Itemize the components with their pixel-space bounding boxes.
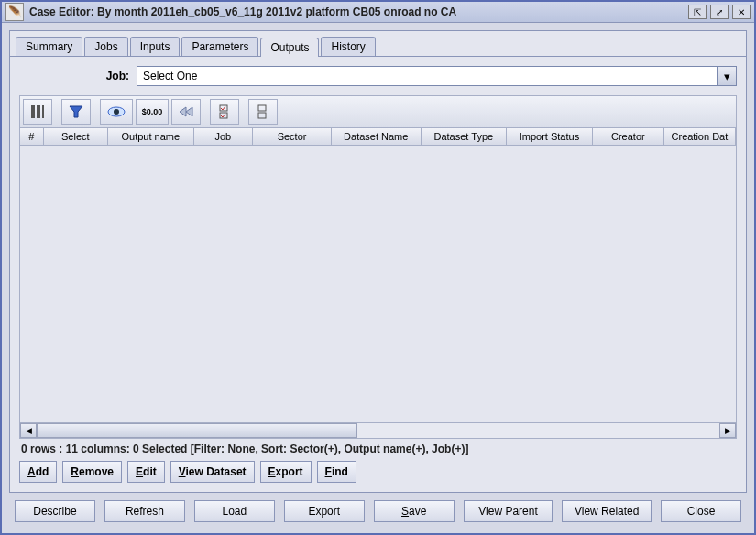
export-button[interactable]: Export [284, 500, 365, 522]
app-icon: 🪶 [5, 3, 24, 21]
tab-inputs[interactable]: Inputs [130, 37, 181, 56]
col-header-sector[interactable]: Sector [253, 128, 332, 146]
column-select-icon[interactable] [23, 99, 52, 125]
titlebar: 🪶 Case Editor: By month 2011eh_cb05_v6_1… [2, 2, 754, 23]
tab-jobs[interactable]: Jobs [84, 37, 127, 56]
col-header-import_status[interactable]: Import Status [507, 128, 593, 146]
outputs-tab-content: Job: ▾ [10, 56, 746, 492]
svg-marker-3 [70, 106, 82, 117]
col-header-select[interactable]: Select [44, 128, 108, 146]
view-icon[interactable] [100, 99, 133, 125]
view-dataset-button[interactable]: View Dataset [170, 461, 255, 483]
load-button[interactable]: Load [194, 500, 275, 522]
svg-marker-7 [186, 107, 192, 116]
svg-rect-0 [31, 105, 35, 118]
export-button[interactable]: Export [260, 461, 312, 483]
job-combo-input[interactable] [137, 66, 717, 86]
find-button[interactable]: Find [317, 461, 356, 483]
window-title: Case Editor: By month 2011eh_cb05_v6_11g… [29, 5, 685, 18]
col-header-dataset_name[interactable]: Dataset Name [332, 128, 422, 146]
add-button[interactable]: Add [19, 461, 57, 483]
close-window-button[interactable]: ✕ [732, 5, 751, 19]
close-button[interactable]: Close [661, 500, 741, 522]
reset-icon[interactable] [171, 99, 201, 125]
view-related-button[interactable]: View Related [562, 500, 652, 522]
tab-outputs[interactable]: Outputs [260, 38, 319, 57]
svg-marker-6 [180, 107, 186, 116]
table-header-row: #SelectOutput nameJobSectorDataset NameD… [20, 128, 736, 146]
svg-point-5 [114, 109, 119, 115]
filter-icon[interactable] [61, 99, 91, 125]
outputs-table: #SelectOutput nameJobSectorDataset NameD… [19, 128, 737, 439]
svg-rect-10 [258, 105, 266, 111]
footer-button-row: DescribeRefreshLoadExportSaveView Parent… [9, 493, 747, 528]
job-combo[interactable]: ▾ [137, 66, 737, 86]
maximize-button[interactable]: ⤢ [710, 5, 729, 19]
svg-rect-1 [37, 105, 40, 118]
col-header-num[interactable]: # [20, 128, 44, 146]
outputs-action-row: AddRemoveEditView DatasetExportFind [19, 459, 737, 483]
minimize-button[interactable]: ⇱ [688, 5, 707, 19]
format-icon[interactable]: $0.00 [136, 99, 169, 125]
deselect-all-icon[interactable] [248, 99, 278, 125]
table-body [20, 146, 736, 422]
col-header-creator[interactable]: Creator [593, 128, 664, 146]
tab-parameters[interactable]: Parameters [181, 37, 258, 56]
edit-button[interactable]: Edit [127, 461, 165, 483]
scroll-left-button[interactable]: ◀ [20, 423, 37, 438]
tab-summary[interactable]: Summary [16, 37, 82, 56]
svg-rect-11 [258, 113, 266, 118]
job-label: Job: [19, 70, 137, 82]
remove-button[interactable]: Remove [62, 461, 122, 483]
col-header-output_name[interactable]: Output name [108, 128, 194, 146]
select-all-icon[interactable] [210, 99, 239, 125]
refresh-button[interactable]: Refresh [104, 500, 185, 522]
save-button[interactable]: Save [374, 500, 455, 522]
scroll-thumb[interactable] [37, 423, 357, 438]
describe-button[interactable]: Describe [15, 500, 95, 522]
outputs-toolbar: $0.00 [19, 95, 737, 128]
col-header-dataset_type[interactable]: Dataset Type [422, 128, 508, 146]
col-header-creation_date[interactable]: Creation Dat [664, 128, 736, 146]
tab-bar: SummaryJobsInputsParametersOutputsHistor… [10, 31, 746, 56]
case-editor-window: 🪶 Case Editor: By month 2011eh_cb05_v6_1… [0, 0, 756, 535]
tab-history[interactable]: History [321, 37, 375, 56]
view-parent-button[interactable]: View Parent [464, 500, 553, 522]
col-header-job[interactable]: Job [194, 128, 254, 146]
scroll-right-button[interactable]: ▶ [719, 423, 736, 438]
job-combo-dropdown-button[interactable]: ▾ [717, 66, 737, 86]
horizontal-scrollbar[interactable]: ◀ ▶ [20, 422, 736, 438]
status-text: 0 rows : 11 columns: 0 Selected [Filter:… [19, 439, 737, 459]
svg-rect-2 [42, 105, 44, 118]
